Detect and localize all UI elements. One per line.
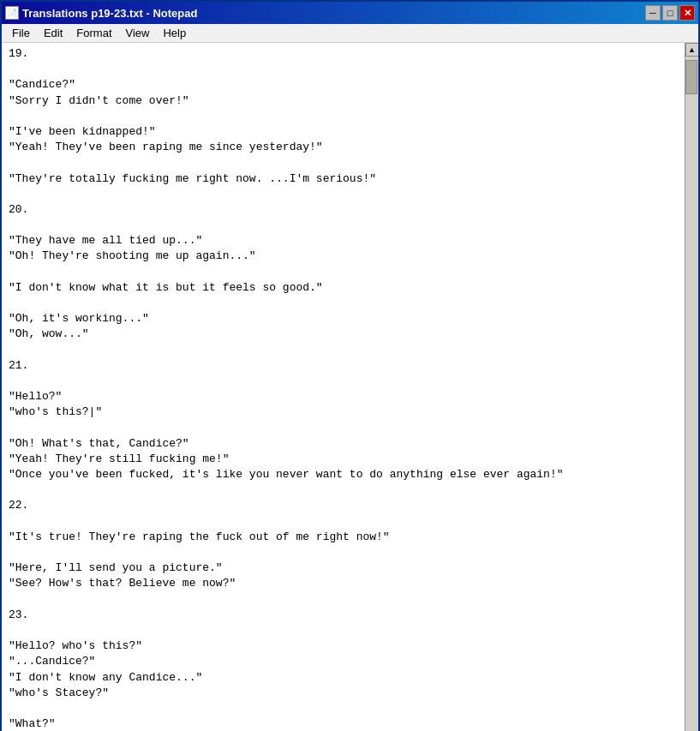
menu-view[interactable]: View (119, 25, 157, 41)
menu-format[interactable]: Format (69, 25, 118, 41)
editor-area: 19. "Candice?" "Sorry I didn't come over… (2, 43, 698, 731)
vertical-scrollbar[interactable]: ▲ ▼ (685, 43, 698, 731)
window-title: Translations p19-23.txt - Notepad (22, 7, 197, 20)
menu-file[interactable]: File (5, 25, 37, 41)
title-buttons: ─ □ ✕ (645, 5, 695, 21)
menu-edit[interactable]: Edit (37, 25, 69, 41)
menu-bar: File Edit Format View Help (2, 24, 698, 43)
app-icon: 📄 (5, 6, 19, 20)
minimize-button[interactable]: ─ (645, 5, 661, 21)
text-editor[interactable]: 19. "Candice?" "Sorry I didn't come over… (2, 43, 685, 731)
notepad-window: 📄 Translations p19-23.txt - Notepad ─ □ … (0, 0, 700, 731)
menu-help[interactable]: Help (156, 25, 193, 41)
close-button[interactable]: ✕ (679, 5, 695, 21)
scroll-up-button[interactable]: ▲ (685, 43, 699, 57)
title-bar-left: 📄 Translations p19-23.txt - Notepad (5, 6, 197, 20)
title-bar: 📄 Translations p19-23.txt - Notepad ─ □ … (2, 2, 698, 24)
maximize-button[interactable]: □ (662, 5, 678, 21)
scrollbar-thumb[interactable] (685, 60, 697, 94)
scrollbar-track[interactable] (685, 57, 698, 731)
